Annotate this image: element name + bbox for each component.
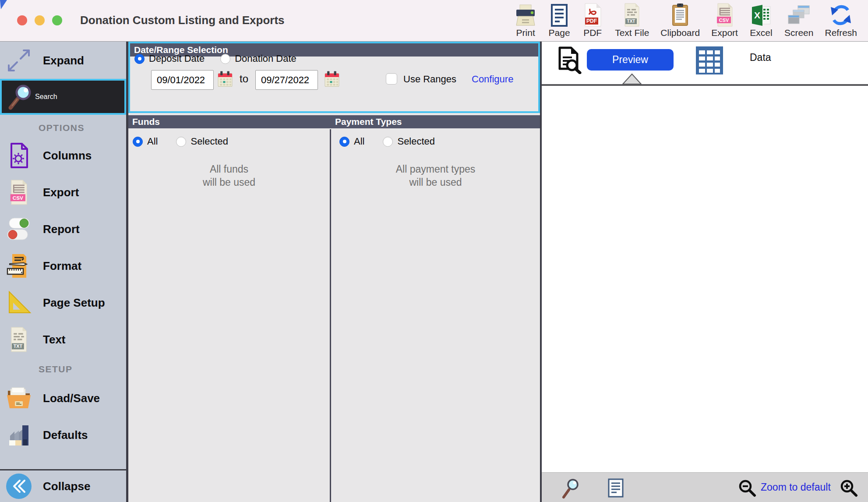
sidebar-item-label: Page Setup	[43, 296, 105, 310]
toolbar-label: Print	[516, 28, 535, 38]
sidebar-item-search-selected[interactable]: Search	[0, 79, 126, 115]
deposit-date-label: Deposit Date	[149, 53, 205, 64]
close-window-button[interactable]	[17, 15, 27, 25]
toggles-icon	[4, 216, 33, 242]
use-ranges-label: Use Ranges	[403, 74, 456, 85]
funds-selected-label: Selected	[191, 136, 228, 147]
sidebar-item-export[interactable]: CSV Export	[0, 174, 126, 211]
sidebar-item-text[interactable]: TXT Text	[0, 321, 126, 358]
txt-file-icon: TXT	[4, 326, 33, 353]
sidebar-section-options: OPTIONS	[0, 120, 126, 135]
date-type-radio-group: Deposit Date Donation Date	[134, 53, 296, 64]
configure-link[interactable]: Configure	[472, 74, 513, 85]
sidebar-item-label: Load/Save	[43, 392, 100, 405]
payment-note-line2: will be used	[331, 176, 540, 189]
deposit-date-radio[interactable]	[134, 54, 145, 64]
funds-note-line1: All funds	[128, 163, 330, 176]
printer-icon	[514, 3, 537, 27]
minimize-window-button[interactable]	[35, 15, 45, 25]
sidebar-item-label: Text	[43, 333, 66, 346]
sidebar-item-label: Format	[43, 259, 81, 273]
to-label: to	[240, 73, 248, 85]
toolbar-label: Clipboard	[660, 28, 700, 38]
zoom-out-icon[interactable]	[738, 479, 756, 499]
refresh-button[interactable]: Refresh	[819, 3, 863, 38]
sidebar-item-load-save[interactable]: Load/Save	[0, 380, 126, 417]
donation-date-radio[interactable]	[220, 54, 230, 64]
sidebar-item-collapse[interactable]: Collapse	[0, 470, 126, 502]
to-date-calendar-icon[interactable]	[325, 70, 339, 88]
funds-radio-group: All Selected	[133, 136, 228, 147]
pdf-button[interactable]: PDF PDF	[576, 3, 609, 38]
screen-button[interactable]: Screen	[779, 3, 819, 38]
refresh-icon	[829, 3, 853, 27]
use-ranges-checkbox[interactable]	[386, 73, 397, 85]
magnifier-tool-icon[interactable]	[561, 478, 581, 501]
excel-button[interactable]: X Excel	[744, 3, 779, 38]
funds-all-label: All	[147, 136, 158, 147]
date-range-row: to	[130, 69, 538, 89]
sidebar-section-setup: SETUP	[0, 361, 126, 378]
zoom-to-default-link[interactable]: Zoom to default	[761, 481, 831, 493]
toolbar-label: Refresh	[825, 28, 857, 38]
to-date-input[interactable]	[255, 70, 318, 90]
funds-note: All funds will be used	[128, 163, 330, 189]
sidebar-item-format[interactable]: Format	[0, 247, 126, 284]
print-button[interactable]: Print	[508, 3, 543, 38]
csv-file-icon: CSV	[714, 3, 735, 27]
magnifier-icon	[6, 83, 35, 110]
set-square-icon	[4, 290, 33, 315]
preview-document-magnifier-icon[interactable]	[556, 46, 582, 76]
tab-data[interactable]: Data	[750, 52, 771, 64]
svg-text:TXT: TXT	[627, 19, 635, 24]
excel-icon: X	[749, 3, 773, 27]
from-date-calendar-icon[interactable]	[218, 70, 233, 88]
columns-document-gear-icon	[4, 142, 33, 169]
from-date-input[interactable]	[151, 70, 214, 90]
sidebar-item-expand[interactable]: Expand	[0, 42, 126, 79]
folder-icon	[4, 385, 33, 411]
sidebar-item-label: Columns	[43, 149, 92, 163]
sidebar-item-report[interactable]: Report	[0, 211, 126, 247]
svg-text:X: X	[754, 10, 760, 20]
payment-note-line1: All payment types	[331, 163, 540, 176]
app-window: Donation Custom Listing and Exports Prin…	[0, 0, 868, 502]
clipboard-button[interactable]: Clipboard	[655, 3, 706, 38]
screen-windows-icon	[787, 3, 811, 27]
title-bar: Donation Custom Listing and Exports Prin…	[0, 0, 868, 42]
search-panel: Date/Range Selection Deposit Date Donati…	[128, 42, 540, 502]
sidebar-item-label: Export	[43, 186, 79, 199]
payment-selected-radio[interactable]	[383, 137, 393, 147]
data-table-icon[interactable]	[695, 46, 723, 77]
text-file-button[interactable]: TXT Text File	[609, 3, 655, 38]
svg-text:PDF: PDF	[586, 18, 597, 24]
payment-all-radio[interactable]	[339, 137, 349, 147]
funds-all-radio[interactable]	[133, 137, 143, 147]
sidebar-item-label: Search	[35, 93, 57, 101]
svg-text:TXT: TXT	[14, 343, 23, 349]
payment-selected-label: Selected	[397, 136, 435, 147]
zoom-in-icon[interactable]	[840, 479, 858, 499]
sidebar-item-label: Report	[43, 223, 80, 236]
sidebar-item-defaults[interactable]: Defaults	[0, 417, 126, 453]
sidebar-item-columns[interactable]: Columns	[0, 137, 126, 174]
csv-export-button[interactable]: CSV Export	[706, 3, 744, 38]
preview-content-area	[542, 86, 868, 472]
toolbar-label: Text File	[615, 28, 649, 38]
zoom-window-button[interactable]	[52, 15, 62, 25]
payment-all-label: All	[354, 136, 364, 147]
tab-preview[interactable]: Preview	[587, 49, 674, 71]
toolbar-label: Export	[711, 28, 738, 38]
funds-selected-radio[interactable]	[176, 137, 186, 147]
report-page-icon[interactable]	[607, 478, 624, 499]
preview-tab-bar: Preview Data	[542, 42, 868, 84]
sidebar-item-page-setup[interactable]: Page Setup	[0, 284, 126, 321]
payment-types-note: All payment types will be used	[331, 163, 540, 189]
svg-text:CSV: CSV	[13, 195, 23, 201]
page-button[interactable]: Page	[543, 3, 576, 38]
svg-text:CSV: CSV	[719, 18, 729, 23]
preview-status-bar: Zoom to default	[542, 472, 868, 502]
sidebar-item-label: Collapse	[43, 480, 90, 493]
donation-date-label: Donation Date	[235, 53, 296, 64]
toolbar: Print Page	[508, 3, 863, 38]
